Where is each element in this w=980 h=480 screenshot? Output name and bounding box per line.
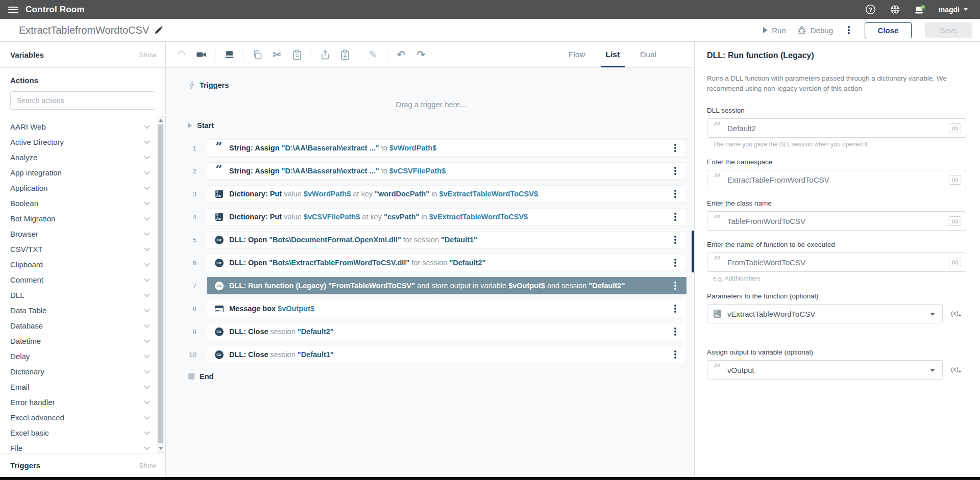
field-label: Assign output to variable (optional)	[707, 348, 968, 356]
row-menu-button[interactable]	[671, 165, 680, 177]
run-button[interactable]: Run	[763, 26, 786, 35]
scrollbar-thumb[interactable]	[158, 124, 163, 443]
tab-list[interactable]: List	[606, 42, 620, 67]
insert-variable-button[interactable]: (x)+	[951, 310, 961, 318]
insert-variable-button[interactable]: (x)	[949, 258, 961, 267]
redo-icon[interactable]: ↷	[415, 48, 427, 61]
trigger-dropzone[interactable]: Drag a trigger here...	[176, 92, 686, 116]
sidebar-item-data-table[interactable]: Data Table	[0, 302, 165, 318]
copy-icon[interactable]	[251, 48, 263, 61]
sidebar-item-aari-web[interactable]: AARI Web	[0, 119, 165, 134]
sidebar-item-file[interactable]: File	[0, 440, 165, 453]
sidebar-item-dll[interactable]: DLL	[0, 287, 165, 302]
row-menu-button[interactable]	[671, 325, 680, 338]
sidebar-item-clipboard[interactable]: Clipboard	[0, 257, 165, 272]
dropdown-caret-icon[interactable]	[930, 369, 935, 372]
sidebar-item-analyze[interactable]: Analyze	[0, 149, 165, 165]
sidebar-item-email[interactable]: Email	[0, 379, 165, 394]
search-actions-input[interactable]	[10, 91, 156, 110]
input-dll-session[interactable]: ”Default2(x)	[707, 118, 966, 138]
scroll-up-icon[interactable]	[159, 119, 163, 122]
user-menu[interactable]: magdi	[939, 6, 968, 14]
help-icon[interactable]: ?	[865, 4, 876, 15]
field-group: Enter the class name”TableFromWordToCSV(…	[707, 199, 968, 231]
edit-disabled-icon[interactable]: ✎	[367, 48, 379, 61]
sidebar-item-browser[interactable]: Browser	[0, 226, 165, 241]
dropdown-caret-icon[interactable]	[930, 313, 935, 316]
action-card[interactable]: Dictionary: Put value $vWordPath$ at key…	[207, 185, 687, 203]
sidebar-item-app-integration[interactable]: App integration	[0, 165, 165, 180]
insert-variable-button[interactable]: (x)	[949, 216, 961, 226]
more-actions-button[interactable]	[844, 24, 853, 36]
globe-icon[interactable]	[890, 4, 901, 15]
paste-special-icon[interactable]	[339, 48, 351, 61]
paste-icon[interactable]	[291, 48, 303, 61]
sidebar-item-database[interactable]: Database	[0, 318, 165, 333]
sidebar-item-error-handler[interactable]: Error handler	[0, 394, 165, 410]
action-card[interactable]: Message box $vOutput$	[207, 300, 687, 317]
chevron-down-icon	[144, 123, 150, 129]
canvas-scrollbar-thumb[interactable]	[692, 231, 694, 272]
variables-show-link[interactable]: Show	[139, 51, 156, 59]
action-card[interactable]: C#DLL: Open "Bots\DocumentFormat.OpenXml…	[207, 231, 687, 248]
input-enter-the-class-name[interactable]: ”TableFromWordToCSV(x)	[707, 211, 966, 231]
action-card[interactable]: C#DLL: Run function (Legacy) "FromTableW…	[207, 277, 687, 294]
sidebar-item-datetime[interactable]: Datetime	[0, 333, 165, 348]
select-assign-output-to-variable-optional-[interactable]: ”vOutput	[707, 360, 943, 380]
category-label: Comment	[10, 275, 43, 284]
chevron-down-icon	[144, 245, 150, 251]
sidebar-item-excel-basic[interactable]: Excel basic	[0, 425, 165, 440]
tab-dual[interactable]: Dual	[640, 42, 656, 67]
sidebar-item-dictionary[interactable]: Dictionary	[0, 364, 165, 379]
start-section-header[interactable]: Start	[188, 118, 694, 133]
action-card[interactable]: C#DLL: Close session "Default1"	[207, 346, 687, 363]
sidebar-item-comment[interactable]: Comment	[0, 272, 165, 287]
insert-variable-button[interactable]: (x)+	[951, 366, 961, 374]
row-menu-button[interactable]	[671, 188, 680, 200]
undo-icon[interactable]: ↶	[395, 48, 407, 61]
cut-icon[interactable]: ✂	[271, 48, 283, 61]
row-menu-button[interactable]	[671, 280, 680, 292]
desktop-icon[interactable]	[223, 48, 235, 61]
action-text: DLL: Open "Bots\DocumentFormat.OpenXml.d…	[229, 236, 477, 244]
device-status-icon[interactable]	[914, 4, 925, 15]
record-icon[interactable]	[195, 48, 207, 61]
input-enter-the-name-of-function-to-be-executed[interactable]: ”FromTableWordToCSV(x)	[707, 252, 966, 272]
action-card[interactable]: ”String: Assign "D:\AA\Basserah\extract …	[207, 162, 687, 180]
insert-variable-button[interactable]: (x)	[949, 123, 961, 133]
row-menu-button[interactable]	[671, 142, 680, 154]
close-button[interactable]: Close	[865, 22, 912, 38]
triggers-section-header[interactable]: Triggers	[188, 78, 694, 92]
row-menu-button[interactable]	[671, 257, 680, 269]
debug-button[interactable]: Debug	[797, 26, 833, 35]
menu-icon[interactable]	[8, 7, 18, 13]
select-parameters-to-the-function-optional-[interactable]: vExtractTableWordToCSV	[707, 304, 943, 323]
input-enter-the-namespace[interactable]: ”ExtractTableFromWordToCSV(x)	[707, 170, 966, 189]
action-card[interactable]: Dictionary: Put value $vCSVFilePath$ at …	[207, 208, 687, 225]
sidebar-item-application[interactable]: Application	[0, 180, 165, 195]
scroll-down-icon[interactable]	[159, 447, 163, 450]
save-button[interactable]: Save	[925, 22, 972, 38]
sidebar-item-active-directory[interactable]: Active Directory	[0, 134, 165, 149]
bot-canvas: ✂ ✎ ↶ ↷ FlowListDual Triggers Drag a tri…	[166, 42, 694, 477]
action-card[interactable]: C#DLL: Close session "Default2"	[207, 323, 687, 340]
edit-name-icon[interactable]	[154, 26, 163, 35]
insert-variable-button[interactable]: (x)	[949, 175, 961, 185]
variables-heading: Variables	[10, 50, 44, 59]
sidebar-scrollbar[interactable]	[157, 116, 164, 453]
sidebar-item-excel-advanced[interactable]: Excel advanced	[0, 410, 165, 425]
action-card[interactable]: ”String: Assign "D:\AA\Basserah\extract …	[207, 139, 687, 157]
sidebar-item-boolean[interactable]: Boolean	[0, 195, 165, 211]
row-menu-button[interactable]	[671, 234, 680, 246]
tab-flow[interactable]: Flow	[569, 42, 585, 67]
sidebar-item-bot-migration[interactable]: Bot Migration	[0, 211, 165, 226]
capture-arc-icon[interactable]	[175, 48, 187, 61]
action-card[interactable]: C#DLL: Open "Bots\ExtractTableFromWordTo…	[207, 254, 687, 271]
row-menu-button[interactable]	[671, 302, 680, 315]
share-icon[interactable]	[319, 48, 331, 61]
triggers-show-link[interactable]: Show	[139, 462, 156, 469]
row-menu-button[interactable]	[671, 348, 680, 361]
sidebar-item-csv-txt[interactable]: CSV/TXT	[0, 241, 165, 257]
row-menu-button[interactable]	[671, 211, 680, 223]
sidebar-item-delay[interactable]: Delay	[0, 348, 165, 364]
